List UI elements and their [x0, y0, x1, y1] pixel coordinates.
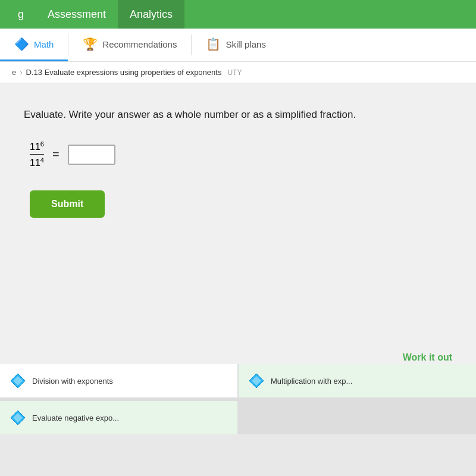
- tab-bar: 🔷 Math 🏆 Recommendations 📋 Skill plans: [0, 29, 476, 62]
- skill-card-negative-exp-label: Evaluate negative expo...: [32, 414, 119, 422]
- main-content: Evaluate. Write your answer as a whole n…: [0, 83, 476, 434]
- fraction-line: [30, 154, 44, 155]
- breadcrumb-parent: e: [12, 68, 16, 77]
- breadcrumb-current: D.13 Evaluate expressions using properti…: [26, 68, 222, 77]
- equals-sign: =: [52, 148, 60, 161]
- division-diamond-icon: [10, 372, 26, 389]
- skill-card-division-label: Division with exponents: [32, 377, 113, 386]
- skill-card-division[interactable]: Division with exponents: [0, 364, 237, 397]
- math-diamond-icon: 🔷: [14, 37, 29, 51]
- breadcrumb: e › D.13 Evaluate expressions using prop…: [0, 62, 476, 83]
- tab-recommendations[interactable]: 🏆 Recommendations: [68, 29, 191, 61]
- nav-item-assessment[interactable]: Assessment: [36, 0, 118, 29]
- tab-recommendations-label: Recommendations: [102, 39, 177, 49]
- fraction-numerator: 116: [30, 140, 44, 154]
- negative-exp-diamond-icon: [10, 409, 26, 426]
- fraction: 116 114: [30, 140, 44, 169]
- answer-input[interactable]: [68, 145, 115, 165]
- fraction-denominator: 114: [30, 155, 44, 168]
- nav-item-g[interactable]: g: [6, 0, 36, 29]
- skill-card-multiplication-label: Multiplication with exp...: [271, 377, 352, 386]
- tab-skill-plans[interactable]: 📋 Skill plans: [192, 29, 280, 61]
- tab-skill-plans-label: Skill plans: [226, 39, 266, 49]
- work-it-out-title: Work it out: [310, 352, 452, 363]
- tab-math-label: Math: [34, 39, 54, 49]
- nav-item-analytics[interactable]: Analytics: [118, 0, 184, 29]
- submit-button[interactable]: Submit: [30, 190, 105, 218]
- skill-plans-icon: 📋: [206, 37, 221, 51]
- top-nav: g Assessment Analytics: [0, 0, 476, 29]
- tab-math[interactable]: 🔷 Math: [0, 29, 68, 61]
- skill-cards: Division with exponents Multiplication w…: [0, 364, 476, 434]
- recommendations-icon: 🏆: [83, 37, 98, 51]
- math-expression: 116 114 =: [30, 140, 452, 169]
- skill-card-negative-exp[interactable]: Evaluate negative expo...: [0, 401, 237, 434]
- card-divider: [0, 399, 476, 400]
- multiplication-diamond-icon: [248, 372, 265, 389]
- breadcrumb-separator: ›: [20, 68, 22, 77]
- skill-card-multiplication[interactable]: Multiplication with exp...: [239, 364, 476, 397]
- question-instruction: Evaluate. Write your answer as a whole n…: [24, 107, 452, 123]
- breadcrumb-code: UTY: [227, 68, 242, 77]
